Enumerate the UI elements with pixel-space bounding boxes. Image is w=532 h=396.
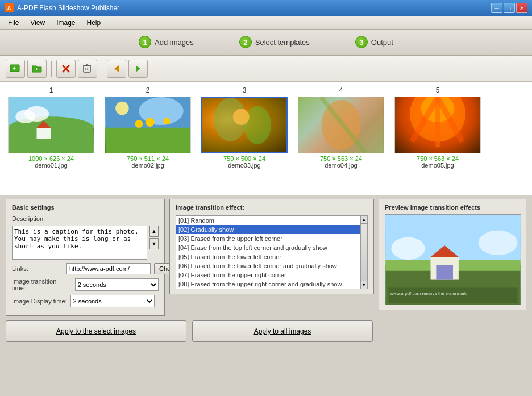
svg-text:+: + xyxy=(35,66,38,72)
image-item-2[interactable]: 2 750 × 511 × 24 demo02.jpg xyxy=(102,86,193,169)
image-info-2: 750 × 511 × 24 xyxy=(127,155,169,162)
transition-time-select[interactable]: 1 seconds 2 seconds 3 seconds 4 seconds … xyxy=(75,278,159,291)
trans-item-09[interactable]: [09] Erased from the lower right corner xyxy=(176,289,360,289)
image-name-1: demo01.jpg xyxy=(35,162,68,169)
svg-point-23 xyxy=(146,118,155,127)
image-info-4: 750 × 563 × 24 xyxy=(320,155,362,162)
image-info-5: 750 × 563 × 24 xyxy=(417,155,459,162)
minimize-button[interactable]: ─ xyxy=(491,3,502,13)
step-1-label: Add images xyxy=(155,38,194,47)
menu-file[interactable]: File xyxy=(2,18,24,28)
clear-button[interactable] xyxy=(78,60,97,78)
image-item-1[interactable]: 1 1000 × 626 × 24 demo01.jpg xyxy=(6,86,97,169)
image-num-4: 4 xyxy=(339,86,343,94)
svg-point-44 xyxy=(478,231,517,255)
trans-item-01[interactable]: [01] Random xyxy=(176,216,360,225)
svg-rect-5 xyxy=(84,66,90,72)
step-2[interactable]: 2 Select templates xyxy=(239,36,310,48)
steps-bar: 1 Add images 2 Select templates 3 Output xyxy=(0,30,532,56)
move-right-button[interactable] xyxy=(128,60,148,78)
preview-image: www.a-pdf.com remove the watermark xyxy=(385,214,521,305)
image-frame-4 xyxy=(298,97,384,153)
display-time-label: Image Display time: xyxy=(12,298,67,305)
menu-bar: File View Image Help xyxy=(0,16,532,30)
svg-rect-14 xyxy=(9,128,94,153)
window-controls: ─ □ ✕ xyxy=(491,3,527,13)
transition-time-label: Image transition time: xyxy=(12,278,72,291)
trans-item-03[interactable]: [03] Erased from the upper left corner xyxy=(176,234,360,243)
image-frame-1 xyxy=(8,97,94,153)
basic-settings-title: Basic settings xyxy=(12,204,159,211)
apply-all-button[interactable]: Apply to all images xyxy=(192,320,373,342)
description-input[interactable] xyxy=(12,226,147,260)
image-item-5[interactable]: 5 750 × 563 × 24 demo05.jpg xyxy=(392,86,483,169)
step-3-num: 3 xyxy=(355,36,368,48)
list-scroll-down[interactable]: ▼ xyxy=(361,281,367,289)
app-icon: A xyxy=(5,3,14,12)
image-frame-5 xyxy=(394,97,481,153)
desc-scroll-up[interactable]: ▲ xyxy=(149,226,159,237)
image-gallery: 1 1000 × 626 × 24 demo01.jpg 2 xyxy=(0,82,532,195)
step-3[interactable]: 3 Output xyxy=(355,36,393,48)
svg-marker-11 xyxy=(136,65,140,72)
title-bar: A A-PDF Flash Slideshow Publisher ─ □ ✕ xyxy=(0,0,532,16)
svg-rect-17 xyxy=(37,128,51,139)
image-name-3: demo03.jpg xyxy=(228,162,261,169)
svg-point-27 xyxy=(244,106,271,144)
add-folder-button[interactable]: + xyxy=(27,60,47,78)
step-2-label: Select templates xyxy=(255,38,310,47)
list-scroll-up[interactable]: ▲ xyxy=(361,216,367,224)
menu-view[interactable]: View xyxy=(24,18,51,28)
trans-item-05[interactable]: [05] Erased from the lower left corner xyxy=(176,252,360,261)
image-item-3[interactable]: 3 750 × 500 × 24 demo03.jpg xyxy=(199,86,290,169)
desc-scroll-down[interactable]: ▼ xyxy=(149,238,159,249)
links-label: Links: xyxy=(12,265,63,272)
links-input[interactable] xyxy=(66,263,151,274)
image-num-3: 3 xyxy=(243,86,247,94)
svg-point-28 xyxy=(233,109,250,125)
image-item-4[interactable]: 4 750 × 563 × 24 demo04.jpg xyxy=(296,86,386,169)
svg-text:+: + xyxy=(13,65,16,72)
image-num-5: 5 xyxy=(436,86,440,94)
trans-item-06[interactable]: [06] Erased from the lower left corner a… xyxy=(176,261,360,270)
svg-text:www.a-pdf.com remove the water: www.a-pdf.com remove the watermark xyxy=(389,291,467,296)
toolbar: + + xyxy=(0,56,532,82)
step-3-label: Output xyxy=(371,38,393,47)
action-bar: Apply to the select images Apply to all … xyxy=(0,316,532,347)
remove-button[interactable] xyxy=(56,60,76,78)
trans-item-08[interactable]: [08] Erased from the upper right corner … xyxy=(176,280,360,289)
menu-help[interactable]: Help xyxy=(81,18,107,28)
display-time-select[interactable]: 1 seconds 2 seconds 3 seconds 4 seconds … xyxy=(70,295,155,307)
trans-item-02[interactable]: [02] Gradually show xyxy=(176,225,360,234)
move-left-button[interactable] xyxy=(107,60,126,78)
trans-item-07[interactable]: [07] Erased from the upper right corner xyxy=(176,270,360,280)
step-1[interactable]: 1 Add images xyxy=(139,36,194,48)
image-info-3: 750 × 500 × 24 xyxy=(223,155,265,162)
transition-effect-title: Image transition effect: xyxy=(176,204,368,211)
basic-settings-panel: Basic settings Description: ▲ ▼ Links: C… xyxy=(6,199,165,316)
svg-point-16 xyxy=(24,106,49,122)
app-title: A-PDF Flash Slideshow Publisher xyxy=(17,4,119,12)
svg-marker-10 xyxy=(114,65,119,72)
list-scrollbar-track[interactable] xyxy=(361,224,367,281)
svg-point-24 xyxy=(163,118,170,124)
image-num-2: 2 xyxy=(146,86,150,94)
image-num-1: 1 xyxy=(49,86,53,94)
svg-point-20 xyxy=(139,97,183,125)
svg-point-25 xyxy=(135,120,143,128)
image-frame-3 xyxy=(201,97,288,153)
close-button[interactable]: ✕ xyxy=(516,3,527,13)
transition-list: [01] Random [02] Gradually show [03] Era… xyxy=(176,215,360,289)
image-name-4: demo04.jpg xyxy=(325,162,358,169)
svg-point-21 xyxy=(115,102,129,115)
image-name-2: demo02.jpg xyxy=(131,162,164,169)
add-images-button[interactable]: + xyxy=(6,60,25,78)
step-1-num: 1 xyxy=(139,36,151,48)
maximize-button[interactable]: □ xyxy=(504,3,515,13)
svg-rect-22 xyxy=(106,128,190,153)
trans-item-04[interactable]: [04] Erase from the top left corner and … xyxy=(176,243,360,252)
preview-panel: Preview image transition effects www.a-p… xyxy=(379,199,526,310)
toolbar-separator-2 xyxy=(102,61,102,77)
menu-image[interactable]: Image xyxy=(51,18,81,28)
apply-selected-button[interactable]: Apply to the select images xyxy=(6,320,186,342)
